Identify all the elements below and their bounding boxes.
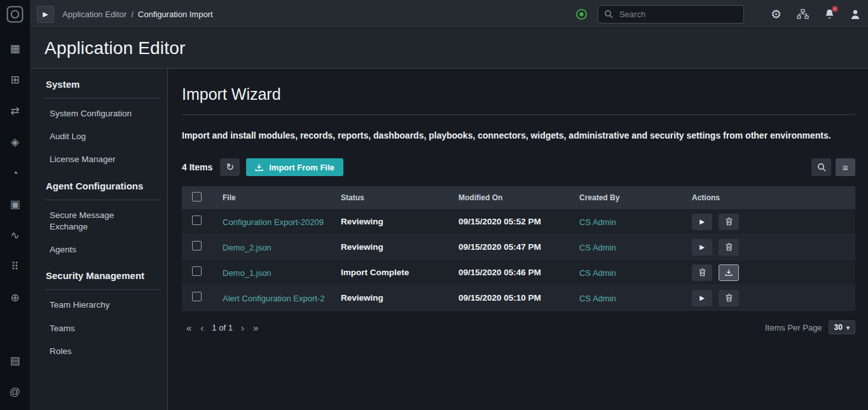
first-page-icon: « — [186, 322, 191, 333]
next-page-button[interactable]: › — [237, 322, 249, 333]
created-by-link[interactable]: CS Admin — [579, 217, 616, 227]
sidebar-item-roles[interactable]: Roles — [31, 340, 167, 363]
dashboard-icon[interactable]: ▦ — [0, 33, 31, 64]
main-content: Import Wizard Import and install modules… — [168, 69, 868, 410]
chevron-down-icon: ▾ — [846, 324, 850, 331]
delete-button[interactable] — [719, 239, 739, 256]
header-file: File — [223, 193, 341, 202]
created-by-link[interactable]: CS Admin — [579, 243, 616, 252]
system-health-icon[interactable] — [575, 8, 588, 20]
file-link[interactable]: Configuration Export-20209 — [223, 217, 324, 227]
sidebar-item-license-manager[interactable]: License Manager — [31, 148, 167, 171]
connectors-icon[interactable]: ⊕ — [0, 282, 31, 313]
section-divider — [45, 98, 161, 99]
row-checkbox[interactable] — [192, 266, 202, 276]
widgets-icon[interactable]: ⠿ — [0, 251, 31, 282]
notifications-bell-icon[interactable] — [824, 8, 835, 20]
table-row: Demo_1.json Import Complete 09/15/2020 0… — [182, 260, 855, 285]
play-icon: ▶ — [699, 243, 705, 250]
pagination: « ‹ 1 of 1 › » Items Per Page 30 ▾ — [182, 320, 855, 334]
sidebar-item-system-configuration[interactable]: System Configuration — [31, 102, 167, 125]
items-per-page-select[interactable]: 30 ▾ — [829, 320, 855, 334]
sidebar-item-audit-log[interactable]: Audit Log — [31, 125, 167, 148]
import-table: File Status Modified On Created By Actio… — [182, 186, 855, 311]
file-link[interactable]: Demo_2.json — [223, 243, 272, 252]
table-toolbar: 4 Items ↻ Import From File ≡ — [182, 158, 855, 176]
title-band: Application Editor — [31, 29, 868, 69]
settings-gear-icon[interactable]: ⚙ — [771, 7, 782, 22]
next-page-icon: › — [241, 322, 244, 333]
first-page-button[interactable]: « — [182, 322, 196, 333]
execute-button[interactable]: ▶ — [692, 290, 712, 306]
routing-icon[interactable]: ⇄ — [0, 95, 31, 126]
page-indicator: 1 of 1 — [212, 323, 233, 332]
mentions-icon[interactable]: @ — [0, 376, 31, 407]
icon-rail: ▦ ⊞ ⇄ ◈ ◔ ▣ ∿ ⠿ ⊕ ▤ @ — [0, 0, 31, 410]
refresh-icon: ↻ — [226, 161, 234, 173]
header-actions: Actions — [692, 193, 855, 202]
import-wizard-description: Import and install modules, records, rep… — [182, 130, 855, 140]
execute-button[interactable]: ▶ — [692, 214, 712, 230]
run-button[interactable]: ▶ — [37, 6, 54, 23]
created-by-link[interactable]: CS Admin — [579, 294, 616, 303]
sidebar-section-system: System System Configuration Audit Log Li… — [31, 79, 167, 172]
sidebar: System System Configuration Audit Log Li… — [31, 69, 168, 410]
sidebar-item-team-hierarchy[interactable]: Team Hierarchy — [31, 294, 167, 317]
reimport-icon — [725, 269, 733, 277]
delete-button[interactable] — [692, 264, 712, 281]
global-search — [598, 5, 744, 24]
sidebar-item-teams[interactable]: Teams — [31, 317, 167, 340]
play-icon: ▶ — [699, 294, 705, 301]
row-checkbox[interactable] — [192, 292, 202, 301]
title-divider — [182, 114, 855, 115]
sitemap-icon[interactable] — [797, 9, 809, 19]
select-all-checkbox[interactable] — [192, 192, 202, 202]
table-search-button[interactable] — [811, 158, 831, 176]
header-status: Status — [341, 193, 458, 202]
row-checkbox[interactable] — [192, 241, 202, 250]
status-value: Reviewing — [341, 217, 458, 226]
status-value: Import Complete — [341, 268, 458, 277]
breadcrumb: Application Editor / Configuration Impor… — [62, 10, 213, 19]
execute-button[interactable]: ▶ — [692, 239, 712, 256]
search-icon — [604, 10, 613, 18]
case-management-icon[interactable]: ▣ — [0, 189, 31, 220]
table-row: Demo_2.json Reviewing 09/15/2020 05:47 P… — [182, 235, 855, 260]
last-page-button[interactable]: » — [249, 322, 263, 333]
menu-icon: ≡ — [843, 162, 848, 173]
table-options-button[interactable]: ≡ — [836, 158, 855, 176]
breadcrumb-separator: / — [131, 10, 134, 19]
sidebar-item-secure-message-exchange[interactable]: Secure Message Exchange — [31, 204, 167, 238]
section-divider — [45, 289, 161, 290]
gauge-icon[interactable]: ◔ — [0, 158, 31, 189]
app-logo — [6, 6, 24, 23]
file-link[interactable]: Demo_1.json — [223, 268, 272, 278]
modules-icon[interactable]: ⊞ — [0, 64, 31, 95]
modified-on-value: 09/15/2020 05:52 PM — [458, 217, 579, 226]
status-value: Reviewing — [341, 242, 458, 252]
delete-button[interactable] — [719, 290, 739, 306]
import-from-file-button[interactable]: Import From File — [246, 158, 343, 176]
breadcrumb-parent[interactable]: Application Editor — [62, 10, 127, 19]
modified-on-value: 09/15/2020 05:46 PM — [458, 268, 579, 277]
delete-button[interactable] — [719, 214, 739, 230]
file-link[interactable]: Alert Configuration Export-2 — [223, 294, 324, 303]
items-per-page: Items Per Page 30 ▾ — [765, 320, 855, 334]
table-row: Alert Configuration Export-2 Reviewing 0… — [182, 285, 855, 311]
search-input[interactable] — [618, 9, 738, 20]
import-wizard-title: Import Wizard — [182, 85, 855, 104]
prev-page-button[interactable]: ‹ — [196, 322, 208, 333]
user-avatar-icon[interactable] — [850, 9, 860, 20]
created-by-link[interactable]: CS Admin — [579, 268, 616, 278]
reports-icon[interactable]: ∿ — [0, 220, 31, 251]
items-per-page-label: Items Per Page — [765, 323, 822, 332]
section-title: Agent Configurations — [31, 181, 167, 191]
section-divider — [45, 200, 161, 200]
refresh-button[interactable]: ↻ — [220, 158, 240, 176]
shield-icon[interactable]: ◈ — [0, 126, 31, 158]
tasks-icon[interactable]: ▤ — [0, 345, 31, 376]
row-checkbox[interactable] — [192, 215, 202, 225]
items-per-page-value: 30 — [834, 323, 843, 332]
reimport-button[interactable] — [719, 264, 739, 281]
sidebar-item-agents[interactable]: Agents — [31, 238, 167, 261]
